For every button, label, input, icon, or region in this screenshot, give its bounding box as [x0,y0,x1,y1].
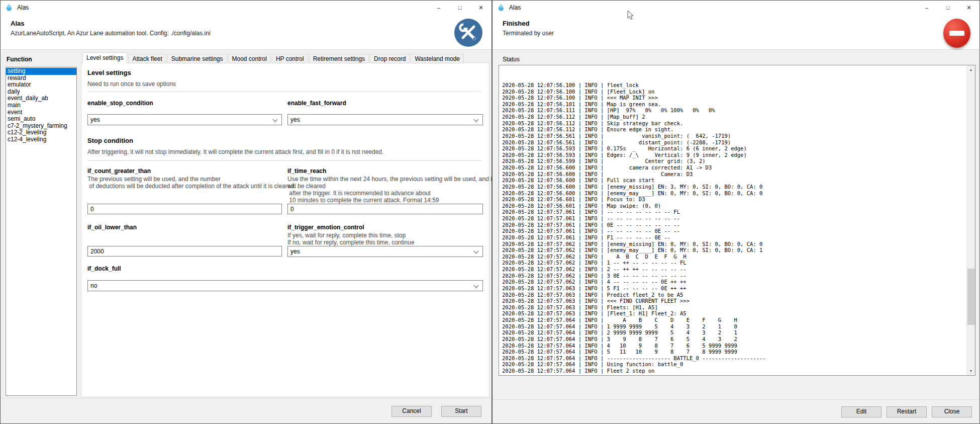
minimize-icon: – [925,5,928,11]
settings-tab[interactable]: Wasteland mode [411,54,464,63]
settings-tab[interactable]: Mood control [228,54,271,63]
log-line: 2020-05-28 12:07:56.112 | INFO | Skip st… [502,120,766,127]
enable-fast-forward-label: enable_fast_forward [287,100,346,107]
titlebar[interactable]: Alas – □ ✕ [1,1,492,15]
divider [87,160,481,161]
settings-tab[interactable]: Drop record [370,54,410,63]
if-time-reach-label: if_time_reach [287,167,326,175]
log-line: 2020-05-28 12:07:57.064 | INFO | 1 9999 … [502,323,766,330]
section-desc-stop-condition: After triggering, it will not stop immed… [87,148,383,155]
log-line: 2020-05-28 12:07:56.561 | INFO | distant… [502,139,766,146]
function-list-item[interactable]: event_daily_ab [6,95,76,102]
scroll-down-icon[interactable]: ▼ [967,367,975,375]
run-status-subtitle: Terminated by user [503,30,554,37]
stop-sign-icon [943,19,970,48]
close-button[interactable]: ✕ [470,1,492,15]
settings-tab[interactable]: Attack fleet [128,54,166,63]
start-button[interactable]: Start [441,406,481,417]
footer-divider [1,398,492,398]
log-line: 2020-05-28 12:07:57.062 | INFO | 3 0E --… [502,273,766,279]
log-line: 2020-05-28 12:07:57.061 | INFO | 0E -- -… [502,222,766,228]
log-line: 2020-05-28 12:07:57.064 | INFO | Using f… [502,361,766,368]
log-output-box[interactable]: 2020-05-28 12:07:56.100 | INFO | fleet_l… [499,65,975,376]
if-dock-full-select[interactable]: no [87,280,483,291]
alas-runner-window: Alas – □ ✕ Finished Terminated by user S… [492,0,980,424]
window-header: Finished Terminated by user [493,15,979,50]
chevron-down-icon [273,117,278,122]
settings-tab[interactable]: Level settings [82,52,127,63]
log-line: 2020-05-28 12:07:56.600 | INFO | camera … [502,164,766,171]
close-button[interactable]: ✕ [958,1,979,15]
if-count-greater-than-input[interactable] [87,204,282,214]
log-scrollbar[interactable]: ▲ ▼ [966,65,975,375]
config-body: Function settingrewardemulatordailyevent… [1,50,492,423]
tools-badge [454,19,482,49]
log-line: 2020-05-28 12:07:56.600 | INFO | [enemy_… [502,184,766,190]
log-line: 2020-05-28 12:07:56.111 | INFO | [HP] 97… [502,107,766,114]
enable-fast-forward-value: yes [290,116,300,123]
scroll-up-icon[interactable]: ▲ [967,65,975,74]
wrench-screwdriver-icon [454,19,482,47]
if-trigger-emotion-control-select[interactable]: yes [287,246,483,257]
function-list-item[interactable]: event [6,109,76,116]
scrollbar-thumb[interactable] [967,269,975,325]
log-line: 2020-05-28 12:07:56.593 | INFO | Edges: … [502,152,766,158]
log-line: 2020-05-28 12:07:56.561 | INFO | vanish_… [502,133,766,139]
maximize-button[interactable]: □ [937,1,958,15]
if-trigger-emotion-control-desc: If yes, wait for reply, complete this ti… [287,232,415,246]
if-time-reach-input[interactable] [287,204,483,214]
enable-fast-forward-select[interactable]: yes [287,114,483,125]
settings-tab[interactable]: Retirement settings [309,54,369,63]
log-line: 2020-05-28 12:07:57.064 | INFO | 2 9999 … [502,329,766,336]
function-list-item[interactable]: c12-4_leveling [6,136,76,143]
if-dock-full-label: if_dock_full [87,265,121,272]
window-title: Alas [17,4,29,11]
log-line: 2020-05-28 12:07:56.100 | INFO | fleet_l… [502,82,766,89]
settings-tab-bar: Level settingsAttack fleetSubmarine sett… [82,52,465,63]
if-dock-full-value: no [90,282,97,289]
function-listbox[interactable]: settingrewardemulatordailyevent_daily_ab… [6,67,77,396]
function-list-item[interactable]: reward [6,75,76,82]
function-list-item[interactable]: setting [6,68,76,75]
log-line: 2020-05-28 12:07:57.064 | INFO | -------… [502,355,766,362]
settings-tab[interactable]: Submarine settings [167,54,227,63]
enable-stop-condition-select[interactable]: yes [87,114,282,125]
log-line: 2020-05-28 12:07:57.063 | INFO | 5 F1 --… [502,285,766,292]
if-count-greater-than-desc: The previous setting will be used, and t… [87,176,296,190]
minimize-button[interactable]: – [916,1,937,15]
function-list-item[interactable]: c12-2_leveling [6,129,76,136]
titlebar[interactable]: Alas – □ ✕ [493,1,979,15]
maximize-button[interactable]: □ [449,1,470,15]
log-line: 2020-05-28 12:07:56.599 | INFO | Center … [502,158,766,164]
log-line: 2020-05-28 12:07:56.600 | INFO | Full sc… [502,177,766,184]
restart-button[interactable]: Restart [887,406,927,417]
log-line: 2020-05-28 12:07:57.064 | INFO | Fleet 2… [502,368,766,374]
function-list-item[interactable]: semi_auto [6,116,76,123]
edit-button[interactable]: Edit [841,406,881,417]
close-session-button[interactable]: Close [932,406,972,417]
function-list-item[interactable]: c7-2_mystery_farming [6,123,76,130]
cancel-button[interactable]: Cancel [391,406,432,417]
log-line: 2020-05-28 12:07:57.064 | INFO | 3 9 8 7… [502,336,766,343]
log-line: 2020-05-28 12:07:57.061 | INFO | -- -- -… [502,228,766,234]
window-header: Alas AzurLaneAutoScript, An Azur Lane au… [1,15,492,50]
log-line: 2020-05-28 12:07:57.063 | INFO | <<< FIN… [502,298,766,304]
log-line: 2020-05-28 12:07:56.601 | INFO | Focus t… [502,196,766,203]
function-list-item[interactable]: main [6,102,76,109]
enable-stop-condition-label: enable_stop_condition [87,100,153,107]
minimize-button[interactable]: – [428,1,449,15]
settings-tab[interactable]: HP control [272,54,308,63]
function-list-item[interactable]: daily [6,89,76,96]
enable-stop-condition-value: yes [90,116,100,123]
run-status-title: Finished [503,20,529,27]
level-settings-tabpage: Level settings Need to run once to save … [81,62,489,397]
log-line: 2020-05-28 12:07:56.600 | INFO | [enemy_… [502,190,766,197]
log-line: 2020-05-28 12:07:56.112 | INFO | [Map_bu… [502,114,766,120]
close-icon: ✕ [478,5,483,11]
stop-badge [943,19,970,48]
if-oil-lower-than-input[interactable] [87,246,282,257]
log-line: 2020-05-28 12:07:56.593 | INFO | 0.175s … [502,145,766,152]
app-logo-icon [5,4,13,12]
function-list-item[interactable]: emulator [6,81,76,89]
section-title-level-settings: Level settings [87,69,131,76]
